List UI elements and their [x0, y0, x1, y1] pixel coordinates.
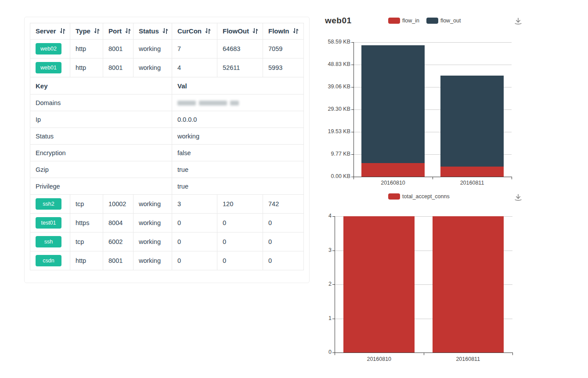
flowin-cell: 0 — [263, 251, 304, 270]
y-axis-label: 1 — [290, 315, 332, 321]
legend-swatch — [388, 18, 400, 24]
curcon-cell: 4 — [172, 58, 217, 77]
y-axis-label: 58.59 KB — [309, 39, 350, 45]
detail-key: Domains — [30, 94, 172, 111]
detail-header-row: Key Val — [30, 77, 304, 94]
flowout-cell: 0 — [217, 251, 263, 270]
curcon-cell: 3 — [172, 195, 217, 214]
y-axis-label: 39.06 KB — [309, 84, 350, 90]
column-label: CurCon — [177, 27, 202, 35]
detail-val-masked — [172, 94, 304, 111]
masked-domain-value — [230, 101, 239, 105]
type-cell: http — [70, 40, 103, 58]
x-axis-label: 20160811 — [424, 356, 513, 362]
type-cell: http — [70, 58, 103, 77]
server-cell: web02 — [30, 40, 70, 58]
flowout-cell: 0 — [217, 214, 263, 233]
bar-segment-flow_out — [440, 76, 504, 167]
column-label: Status — [139, 27, 159, 35]
y-axis-label: 2 — [290, 281, 332, 287]
chart1-legend: flow_inflow_out — [388, 18, 461, 24]
server-badge-ssh[interactable]: ssh — [36, 236, 61, 247]
port-cell: 8001 — [103, 251, 133, 270]
server-table-card: Server Type Port Status CurCon FlowOut F… — [24, 17, 310, 283]
port-cell: 10002 — [103, 195, 133, 214]
port-cell: 8001 — [103, 58, 133, 77]
status-cell: working — [133, 251, 172, 270]
y-axis-label: 19.53 KB — [309, 128, 350, 134]
sort-icon — [162, 28, 168, 36]
legend-item-total_accept_conns[interactable]: total_accept_conns — [388, 193, 450, 200]
table-row: csdn http 8001 working 0 0 0 — [30, 251, 304, 270]
table-row: web01 http 8001 working 4 52611 5993 — [30, 58, 304, 77]
column-header-curcon[interactable]: CurCon — [172, 23, 217, 40]
column-label: FlowOut — [223, 27, 249, 35]
type-cell: https — [70, 214, 103, 233]
gridline — [354, 42, 512, 43]
detail-key-header: Key — [30, 77, 172, 94]
x-axis-label: 20160810 — [354, 180, 433, 186]
x-axis-tick — [354, 177, 354, 179]
port-cell: 6002 — [103, 233, 133, 251]
y-axis-label: 9.77 KB — [309, 151, 350, 157]
server-badge-csdn[interactable]: csdn — [36, 255, 61, 266]
status-cell: working — [133, 58, 172, 77]
detail-key: Gzip — [30, 161, 172, 178]
detail-val: working — [172, 128, 304, 145]
detail-val: 0.0.0.0 — [172, 111, 304, 128]
server-badge-web01[interactable]: web01 — [36, 62, 61, 73]
sort-icon — [253, 28, 258, 36]
flowin-cell: 7059 — [263, 40, 304, 58]
server-cell: ssh — [30, 233, 70, 251]
bar-segment-total_accept_conns — [433, 216, 504, 353]
masked-domain-value — [177, 101, 196, 105]
status-cell: working — [133, 214, 172, 233]
table-row: test01 https 8004 working 0 0 0 — [30, 214, 304, 233]
column-header-flowout[interactable]: FlowOut — [217, 23, 263, 40]
legend-swatch — [388, 193, 400, 200]
sort-icon — [94, 28, 100, 36]
server-badge-test01[interactable]: test01 — [36, 217, 61, 229]
legend-label: flow_in — [402, 18, 419, 24]
detail-row: Domains — [30, 94, 304, 111]
column-header-server[interactable]: Server — [30, 23, 70, 40]
dashboard-page: Server Type Port Status CurCon FlowOut F… — [0, 0, 588, 378]
status-cell: working — [133, 40, 172, 58]
type-cell: tcp — [70, 233, 103, 251]
y-axis-label: 29.30 KB — [309, 106, 350, 112]
flowout-cell: 120 — [217, 195, 263, 214]
y-axis-label: 0 — [290, 349, 332, 355]
server-badge-web02[interactable]: web02 — [36, 43, 61, 55]
table-row: ssh2 tcp 10002 working 3 120 742 — [30, 195, 304, 214]
column-header-status[interactable]: Status — [133, 23, 172, 40]
y-axis-label: 4 — [290, 213, 332, 219]
type-cell: http — [70, 251, 103, 270]
flowout-cell: 52611 — [217, 58, 263, 77]
column-header-type[interactable]: Type — [70, 23, 103, 40]
column-header-port[interactable]: Port — [103, 23, 133, 40]
detail-row: Ip 0.0.0.0 — [30, 111, 304, 128]
download-icon[interactable] — [513, 16, 523, 26]
sort-icon — [125, 28, 131, 36]
type-cell: tcp — [70, 195, 103, 214]
flowin-cell: 5993 — [263, 58, 304, 77]
chart2-legend: total_accept_conns — [388, 193, 450, 200]
bar-segment-flow_in — [440, 167, 504, 177]
column-label: Port — [108, 27, 122, 35]
flowout-cell: 64683 — [217, 40, 263, 58]
legend-swatch — [426, 18, 438, 24]
column-header-flowin[interactable]: FlowIn — [263, 23, 304, 40]
server-badge-ssh2[interactable]: ssh2 — [36, 198, 61, 210]
column-label: Server — [36, 27, 56, 35]
column-label: Type — [76, 27, 90, 35]
sort-icon — [60, 28, 65, 36]
detail-val-header: Val — [172, 77, 304, 94]
detail-key: Status — [30, 128, 172, 145]
detail-row: Encryption false — [30, 145, 304, 161]
download-icon[interactable] — [513, 193, 523, 202]
table-row: web02 http 8001 working 7 64683 7059 — [30, 40, 304, 58]
x-axis-label: 20160811 — [433, 180, 512, 186]
legend-item-flow_in[interactable]: flow_in — [388, 18, 419, 24]
legend-item-flow_out[interactable]: flow_out — [426, 18, 461, 24]
legend-label: flow_out — [440, 18, 461, 24]
